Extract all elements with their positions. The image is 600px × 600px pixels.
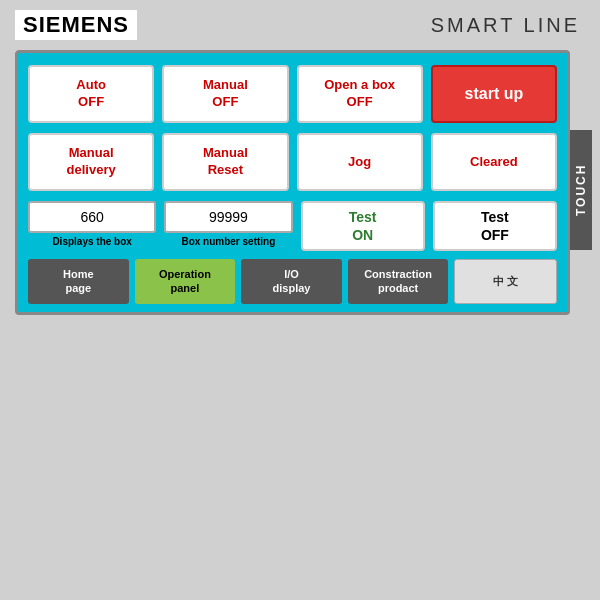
nav-construction-button[interactable]: Constractionprodact xyxy=(348,259,449,304)
box-number-label: Box number setting xyxy=(164,236,292,247)
manual-reset-button[interactable]: ManualReset xyxy=(162,133,288,191)
nav-io-button[interactable]: I/Odisplay xyxy=(241,259,342,304)
device-frame: SIEMENS SMART LINE TOUCH AutoOFF ManualO… xyxy=(0,0,600,600)
touch-label: TOUCH xyxy=(570,130,592,250)
button-row-2: Manualdelivery ManualReset Jog Cleared xyxy=(28,133,557,191)
display-box-input[interactable] xyxy=(28,201,156,233)
cleared-button[interactable]: Cleared xyxy=(431,133,557,191)
jog-button[interactable]: Jog xyxy=(297,133,423,191)
manual-delivery-button[interactable]: Manualdelivery xyxy=(28,133,154,191)
test-on-button[interactable]: TestON xyxy=(301,201,425,251)
auto-off-button[interactable]: AutoOFF xyxy=(28,65,154,123)
manual-off-button[interactable]: ManualOFF xyxy=(162,65,288,123)
input-section: Displays the box Box number setting Test… xyxy=(28,201,557,251)
nav-home-button[interactable]: Homepage xyxy=(28,259,129,304)
siemens-logo: SIEMENS xyxy=(15,10,137,40)
startup-button[interactable]: start up xyxy=(431,65,557,123)
test-button-group: TestON TestOFF xyxy=(301,201,558,251)
box-number-input[interactable] xyxy=(164,201,292,233)
nav-chinese-button[interactable]: 中 文 xyxy=(454,259,557,304)
nav-bar: Homepage Operationpanel I/Odisplay Const… xyxy=(28,259,557,304)
header-bar: SIEMENS SMART LINE xyxy=(0,0,600,45)
button-row-1: AutoOFF ManualOFF Open a boxOFF start up xyxy=(28,65,557,123)
display-box-group: Displays the box xyxy=(28,201,156,247)
smart-line-label: SMART LINE xyxy=(431,14,580,37)
screen: AutoOFF ManualOFF Open a boxOFF start up… xyxy=(15,50,570,315)
box-number-group: Box number setting xyxy=(164,201,292,247)
test-off-button[interactable]: TestOFF xyxy=(433,201,557,251)
open-box-off-button[interactable]: Open a boxOFF xyxy=(297,65,423,123)
nav-operation-button[interactable]: Operationpanel xyxy=(135,259,236,304)
display-box-label: Displays the box xyxy=(28,236,156,247)
